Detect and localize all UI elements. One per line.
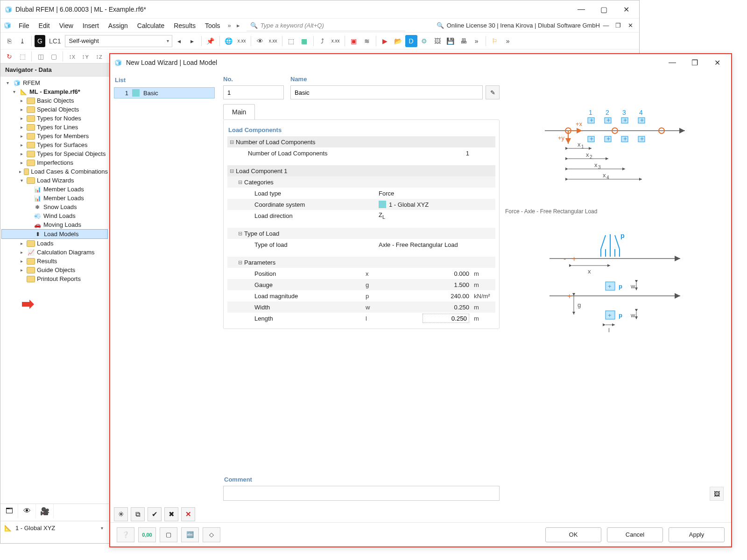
comment-input[interactable]: [223, 486, 500, 501]
dialog-minimize[interactable]: —: [661, 55, 684, 70]
expand-icon[interactable]: ▸: [18, 169, 22, 174]
lc-prev[interactable]: ◂: [173, 35, 185, 47]
pg-row-param[interactable]: Gauge g 1.500 m: [227, 279, 495, 290]
coord-system-combo[interactable]: 📐 1 - Global XYZ: [0, 521, 109, 535]
cancel-button[interactable]: Cancel: [607, 527, 663, 542]
expand-icon[interactable]: ▸: [18, 133, 25, 139]
menu-assign[interactable]: Assign: [104, 20, 133, 31]
tb-save-icon[interactable]: 💾: [444, 35, 457, 47]
view3-button[interactable]: ◇: [203, 527, 220, 542]
expand-icon[interactable]: ▸: [18, 142, 25, 147]
tb2-box-icon[interactable]: ⬚: [16, 50, 28, 63]
units-button[interactable]: 0,00: [138, 527, 156, 542]
tb-flag-icon[interactable]: ⚐: [489, 35, 501, 47]
tb-globe-icon[interactable]: 🌐: [223, 35, 235, 47]
expand-icon[interactable]: ▸: [18, 259, 25, 264]
no-input[interactable]: [223, 85, 284, 99]
tb-xxx-icon[interactable]: x.xx: [236, 35, 248, 47]
expand-icon[interactable]: ▸: [18, 107, 25, 112]
menu-tools[interactable]: Tools: [200, 20, 225, 31]
maximize-button[interactable]: ▢: [592, 1, 615, 17]
lc-combo[interactable]: Self-weight: [65, 35, 172, 47]
tb-overflow1[interactable]: »: [471, 35, 483, 47]
tb-gear-icon[interactable]: ⚙: [418, 35, 430, 47]
tb-eye-icon[interactable]: 👁: [254, 35, 266, 47]
tb-icon-1[interactable]: ⎘: [3, 35, 15, 47]
tree-wizard-item[interactable]: ❄ Snow Loads: [1, 203, 108, 211]
dialog-close[interactable]: ✕: [706, 55, 728, 70]
expand-icon[interactable]: ▾: [11, 89, 17, 94]
collapse-icon[interactable]: ⊟: [236, 259, 244, 266]
menu-view[interactable]: View: [55, 20, 78, 31]
menu-file[interactable]: File: [14, 20, 34, 31]
tree-folder[interactable]: ▸ Types for Members: [1, 132, 108, 140]
expand-icon[interactable]: ▾: [18, 178, 25, 183]
name-input[interactable]: [290, 85, 483, 99]
pg-row-coordsys[interactable]: Coordinate system 1 - Global XYZ: [227, 199, 495, 210]
minimize-button[interactable]: —: [570, 1, 592, 17]
tree-folder[interactable]: ▸ Results: [1, 257, 108, 266]
diagram-export-button[interactable]: 🖼: [710, 487, 724, 501]
tree-folder[interactable]: ▸ Special Objects: [1, 105, 108, 114]
tb2-ax3-icon[interactable]: ↕z: [93, 50, 105, 63]
close-button[interactable]: ✕: [615, 1, 637, 17]
collapse-icon[interactable]: ⊟: [227, 139, 236, 145]
expand-icon[interactable]: ▸: [18, 241, 25, 246]
list-copy-button[interactable]: ⧉: [131, 507, 145, 521]
expand-icon[interactable]: ▸: [18, 160, 25, 165]
expand-icon[interactable]: ▾: [4, 80, 11, 85]
tree-wizard-item[interactable]: 📊 Member Loads: [1, 185, 108, 194]
tb-pic-icon[interactable]: 🖼: [431, 35, 444, 47]
tree-folder[interactable]: ▸ Guide Objects: [1, 266, 108, 274]
tb2-ax2-icon[interactable]: ↕ʏ: [79, 50, 92, 63]
view-cam-icon[interactable]: 🎥: [36, 504, 54, 518]
tb-cube-icon[interactable]: ⬚: [285, 35, 297, 47]
tree-folder[interactable]: ▸ Types for Nodes: [1, 114, 108, 123]
tree-folder[interactable]: ▸ Types for Surfaces: [1, 140, 108, 149]
collapse-icon[interactable]: ⊟: [236, 231, 244, 237]
tree-wizard-item[interactable]: 📊 Member Loads: [1, 194, 108, 203]
pg-section-num[interactable]: ⊟ Number of Load Components: [227, 136, 495, 147]
menu-overflow[interactable]: »: [225, 22, 234, 29]
menu-calculate[interactable]: Calculate: [133, 20, 169, 31]
tree-folder[interactable]: ▸ Imperfections: [1, 158, 108, 167]
tree-folder[interactable]: ▸ Types for Special Objects: [1, 149, 108, 158]
tree-wizard-item[interactable]: 💨 Wind Loads: [1, 211, 108, 220]
tree-folder[interactable]: ▸ Basic Objects: [1, 96, 108, 105]
collapse-icon[interactable]: ⊟: [227, 168, 236, 174]
menu-dropdown-icon[interactable]: ▸: [234, 22, 243, 29]
mdi-restore[interactable]: ❐: [612, 21, 624, 31]
list-delete-button[interactable]: ✕: [181, 507, 195, 521]
tb-calc-icon[interactable]: ▶: [379, 35, 391, 47]
help-button[interactable]: ❔: [117, 527, 134, 542]
expand-icon[interactable]: ▸: [18, 151, 25, 156]
tb-xxx3-icon[interactable]: x.xx: [330, 35, 342, 47]
pg-row-param[interactable]: Length l m: [227, 313, 495, 324]
mdi-close[interactable]: ✕: [624, 21, 636, 31]
param-input[interactable]: [423, 314, 469, 323]
pg-row-loadtype[interactable]: Load type Force: [227, 188, 495, 199]
tb-probe-icon[interactable]: ⤴: [317, 35, 329, 47]
pg-section-comp1[interactable]: ⊟ Load Component 1: [227, 165, 495, 176]
menu-results[interactable]: Results: [169, 20, 200, 31]
collapse-icon[interactable]: ⊟: [236, 179, 244, 185]
tb-folder-icon[interactable]: 📂: [392, 35, 404, 47]
tb-xxx2-icon[interactable]: x.xx: [267, 35, 279, 47]
pg-row-typeofload-h[interactable]: ⊟ Type of Load: [227, 228, 495, 239]
pg-row-typeofload[interactable]: Type of load Axle - Free Rectangular Loa…: [227, 239, 495, 250]
navigator-tree[interactable]: ▾🧊RFEM ▾📐ML - Example.rf6* ▸ Basic Objec…: [0, 77, 109, 413]
dialog-maximize[interactable]: ❐: [684, 55, 706, 70]
view-data-icon[interactable]: 🗔: [0, 504, 18, 518]
name-edit-button[interactable]: ✎: [486, 85, 500, 99]
tb-grid-icon[interactable]: ▦: [298, 35, 310, 47]
tree-folder[interactable]: ▸ Types for Lines: [1, 123, 108, 132]
expand-icon[interactable]: ▸: [18, 116, 25, 121]
tree-folder[interactable]: ▸ 📈Calculation Diagrams: [1, 248, 108, 257]
mdi-minimize[interactable]: —: [600, 21, 612, 31]
lc-category-badge[interactable]: G: [35, 35, 45, 47]
tree-wizard-item[interactable]: ⬍ Load Models: [1, 229, 108, 239]
tb-pin-icon[interactable]: 📌: [204, 35, 217, 47]
view-eye-icon[interactable]: 👁: [18, 504, 36, 518]
expand-icon[interactable]: ▸: [18, 98, 25, 103]
tb-overflow2[interactable]: »: [502, 35, 514, 47]
